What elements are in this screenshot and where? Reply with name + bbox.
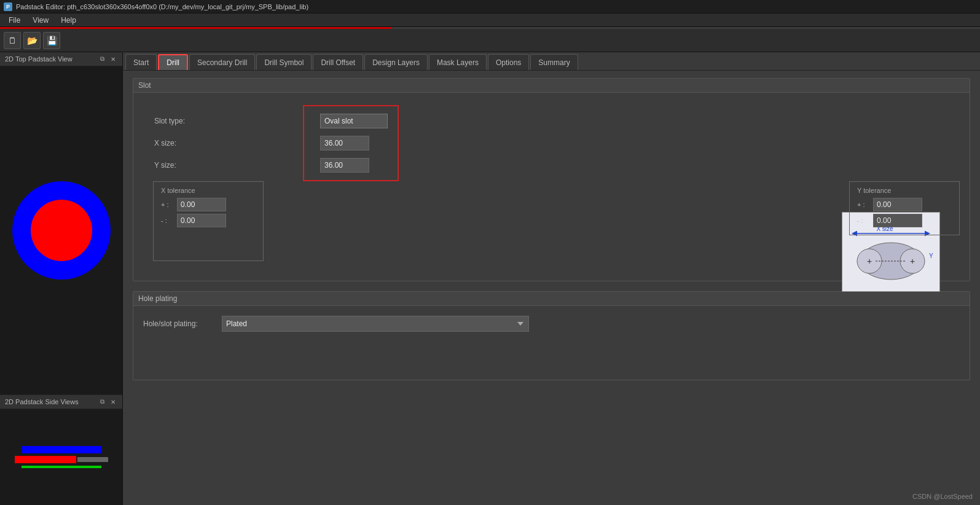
top-view-title: 2D Top Padstack View [5,55,73,63]
menu-help[interactable]: Help [55,15,82,26]
side-bar-green [22,466,101,468]
tab-drill-symbol[interactable]: Drill Symbol [256,54,312,70]
y-tol-plus-row: + : [857,198,952,211]
side-view-header: 2D Padstack Side Views ⧉ ✕ [0,395,122,409]
y-tol-plus-label: + : [857,201,869,208]
x-size-input[interactable] [320,136,369,151]
side-views-area: 2D Padstack Side Views ⧉ ✕ [0,394,122,505]
x-size-label: X size: [154,139,228,147]
hole-plating-body: Hole/slot plating: Plated Non-plated [133,306,970,380]
side-view-restore-icon[interactable]: ⧉ [98,397,106,406]
main-content: Slot S [123,71,980,505]
y-tol-minus-input[interactable] [873,214,922,227]
x-tolerance-box: X tolerance + : - : [153,181,264,261]
top-view-restore-icon[interactable]: ⧉ [98,55,106,63]
hole-plating-row: Hole/slot plating: Plated Non-plated [143,316,960,332]
tolerance-container: X tolerance + : - : [143,181,960,271]
y-tolerance-title: Y tolerance [857,187,952,194]
top-view-header: 2D Top Padstack View ⧉ ✕ [0,52,122,66]
slot-section-body: Slot type: Oval slot Rectangle slot Circ… [133,93,970,281]
tab-secondary-drill[interactable]: Secondary Drill [189,54,255,70]
title-text: Padstack Editor: pth_c630slot360x360s4of… [16,3,308,10]
x-tol-plus-input[interactable] [177,198,226,211]
toolbar: 🗒 📂 💾 [0,29,980,52]
side-view-header-icons: ⧉ ✕ [98,397,117,406]
side-view-close-icon[interactable]: ✕ [109,397,117,406]
slot-section-title: Slot [133,79,970,93]
x-tolerance-title: X tolerance [161,187,256,194]
inner-circle [31,200,92,261]
y-size-label: Y size: [154,161,228,170]
slot-type-select[interactable]: Oval slot Rectangle slot Circle [320,114,388,128]
y-size-input[interactable] [320,158,369,173]
x-tol-plus-row: + : [161,198,256,211]
outer-circle [12,181,111,280]
save-button[interactable]: 💾 [43,32,60,49]
new-button[interactable]: 🗒 [4,32,21,49]
x-tol-minus-input[interactable] [177,214,226,227]
slot-type-label: Slot type: [154,117,228,125]
top-view-area [0,66,122,394]
menu-file[interactable]: File [2,15,26,26]
top-view-close-icon[interactable]: ✕ [109,55,117,63]
content-area: Start Drill Secondary Drill Drill Symbol… [123,52,980,505]
y-tol-plus-input[interactable] [873,198,922,211]
side-bar-red [15,456,76,463]
tab-mask-layers[interactable]: Mask Layers [429,54,487,70]
side-bar-row-1 [22,446,101,453]
open-button[interactable]: 📂 [23,32,41,49]
svg-text:+: + [867,256,872,266]
main-layout: 2D Top Padstack View ⧉ ✕ 2D Padstack Sid… [0,52,980,505]
y-size-row: Y size: [154,158,388,173]
y-tol-minus-row: - : [857,214,952,227]
x-size-row: X size: [154,136,388,151]
top-view-header-icons: ⧉ ✕ [98,55,117,63]
tab-start[interactable]: Start [125,54,157,70]
hole-plating-label: Hole/slot plating: [143,319,217,328]
tab-drill-offset[interactable]: Drill Offset [313,54,363,70]
y-tolerance-box: Y tolerance + : - : [849,181,960,235]
tab-drill[interactable]: Drill [158,54,188,70]
tab-options[interactable]: Options [488,54,529,70]
tab-summary[interactable]: Summary [530,54,578,70]
menu-view[interactable]: View [26,15,55,26]
tabs-bar: Start Drill Secondary Drill Drill Symbol… [123,52,980,71]
side-bar-gray [77,457,108,462]
app-icon: P [4,2,12,11]
hole-plating-select[interactable]: Plated Non-plated [222,316,529,332]
side-bar-row-2 [15,456,108,463]
side-bar-row-3 [22,466,101,468]
svg-text:Y size: Y size [929,252,934,259]
title-bar: P Padstack Editor: pth_c630slot360x360s4… [0,0,980,14]
tab-design-layers[interactable]: Design Layers [364,54,428,70]
hole-plating-section: Hole plating Hole/slot plating: Plated N… [133,291,970,380]
x-tol-plus-label: + : [161,201,173,208]
x-tol-minus-label: - : [161,217,173,224]
y-tol-minus-label: - : [857,217,869,224]
slot-section: Slot S [133,78,970,281]
hole-plating-title: Hole plating [133,292,970,306]
watermark: CSDN @LostSpeed [912,493,973,500]
left-panel: 2D Top Padstack View ⧉ ✕ 2D Padstack Sid… [0,52,123,505]
menu-bar: File View Help [0,14,980,27]
side-view-title: 2D Padstack Side Views [5,398,79,405]
side-bar-blue [22,446,101,453]
svg-text:+: + [910,256,915,266]
side-view-content [0,409,122,505]
x-tol-minus-row: - : [161,214,256,227]
slot-type-row: Slot type: Oval slot Rectangle slot Circ… [154,114,388,128]
